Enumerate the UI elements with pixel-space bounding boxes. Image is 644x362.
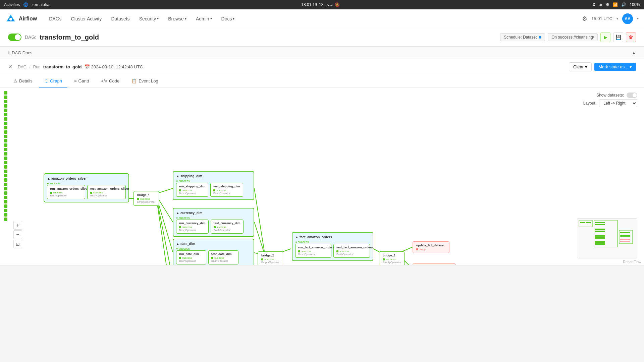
task-run-fact-amazon-orders[interactable]: run_fact_amazon_orders success BashOpera… <box>295 244 331 258</box>
nav-dags[interactable]: DAGs <box>45 14 65 23</box>
save-dag-button[interactable]: 💾 <box>613 32 623 42</box>
node-group-currency-dim[interactable]: ▲ currency_dim ● success run_currency_di… <box>173 208 254 237</box>
s <box>179 189 181 191</box>
status-dot-7[interactable] <box>4 117 7 121</box>
os-wifi-icon: 📶 <box>613 2 618 7</box>
show-datasets-toggle[interactable] <box>627 93 637 98</box>
node-group-fact-amazon-orders[interactable]: ▲ fact_amazon_orders ● success run_fact_… <box>292 232 373 261</box>
status-dot-28[interactable] <box>4 209 7 212</box>
mark-state-button[interactable]: Mark state as... ▾ <box>594 63 636 71</box>
node-group-amazon-orders-silver[interactable]: ▲ amazon_orders_silver ● success run_ama… <box>44 173 129 202</box>
nav-cluster-activity[interactable]: Cluster Activity <box>67 14 106 23</box>
status-dot-18[interactable] <box>4 165 7 169</box>
svg-line-5 <box>157 197 173 222</box>
status-dot-29[interactable] <box>4 213 7 217</box>
node-update-success-dataset[interactable]: update_success_dataset skipp <box>413 263 456 265</box>
collapse-icon: ▲ <box>176 174 179 178</box>
tab-code[interactable]: </> Code <box>96 75 125 87</box>
status-dot-9[interactable] <box>4 126 7 129</box>
nav-security[interactable]: Security <box>135 14 163 23</box>
tab-details[interactable]: ⚠ Details <box>8 75 38 87</box>
status-dot-24[interactable] <box>4 191 7 195</box>
task-test-amazon-orders-silver[interactable]: test_amazon_orders_silver success BashOp… <box>87 185 126 199</box>
nav-avatar[interactable]: AA <box>622 13 633 24</box>
status-dot-22[interactable] <box>4 183 7 186</box>
code-tab-label: Code <box>109 78 119 83</box>
svg-rect-23 <box>586 222 591 223</box>
dag-toggle[interactable] <box>8 34 21 41</box>
status-dot-3[interactable] <box>4 100 7 103</box>
zoom-in-button[interactable]: + <box>13 221 22 230</box>
dag-title-section: DAG: transform_to_gold <box>8 34 99 41</box>
status-dot-25[interactable] <box>4 196 7 199</box>
status-dot-4[interactable] <box>4 104 7 108</box>
task-run-currency-dim[interactable]: run_currency_dim success BashOperator <box>176 220 209 234</box>
node-bridge-1[interactable]: bridge_1 success EmptyOperator <box>133 191 159 206</box>
svg-rect-35 <box>620 241 630 242</box>
status-dot-15[interactable] <box>4 152 7 156</box>
status-dot-20[interactable] <box>4 174 7 177</box>
status-dot-12[interactable] <box>4 139 7 142</box>
tab-event-log[interactable]: 📋 Event Log <box>126 75 164 87</box>
node-bridge-2[interactable]: bridge_2 success EmptyOperator <box>258 251 283 265</box>
status-dot-27[interactable] <box>4 204 7 208</box>
dag-docs-info-icon: ℹ <box>8 50 10 55</box>
os-bar: Activities 🌀 zen-alpha 18:01:19 13 ست 🔕 … <box>0 0 644 9</box>
node-group-shipping-dim[interactable]: ▲ shipping_dim ● success run_shipping_di… <box>173 171 254 200</box>
task-test-fact-amazon-orders[interactable]: test_fact_amazon_orders success BashOper… <box>333 244 370 258</box>
close-run-button[interactable]: ✕ <box>8 64 12 70</box>
svg-rect-29 <box>595 237 605 239</box>
activities-label[interactable]: Activities <box>4 2 20 7</box>
task-run-date-dim[interactable]: run_date_dim success BashOperator <box>176 250 206 264</box>
code-tab-icon: </> <box>101 78 107 83</box>
s <box>298 250 300 252</box>
task-test-currency-dim[interactable]: test_currency_dim success BashOperator <box>211 220 244 234</box>
delete-dag-button[interactable]: 🗑 <box>626 32 636 42</box>
trigger-dag-button[interactable]: ▶ <box>600 32 610 42</box>
fact-amazon-orders-title: ▲ fact_amazon_orders <box>295 235 370 239</box>
status-dot-30[interactable] <box>4 218 7 221</box>
status-dot-26[interactable] <box>4 200 7 203</box>
status-dot-14[interactable] <box>4 148 7 151</box>
show-datasets-row: Show datasets: <box>596 93 637 98</box>
task-test-date-dim[interactable]: test_date_dim success BashOperator <box>208 250 238 264</box>
details-tab-icon: ⚠ <box>13 78 17 83</box>
graph-tab-label: Graph <box>50 78 62 83</box>
node-group-date-dim[interactable]: ▲ date_dim ● success run_date_dim succes… <box>173 239 254 265</box>
status-dot-6[interactable] <box>4 113 7 116</box>
nav-browse[interactable]: Browse <box>164 14 191 23</box>
layout-select[interactable]: Left -> Right Top -> Bottom <box>599 99 637 107</box>
status-dot-19[interactable] <box>4 170 7 173</box>
status-dot-13[interactable] <box>4 143 7 147</box>
nav-datasets[interactable]: Datasets <box>107 14 133 23</box>
status-dot-16[interactable] <box>4 157 7 160</box>
bridge-status-dot <box>137 198 139 200</box>
node-update-fail-dataset[interactable]: update_fail_dataset skipp <box>413 241 449 253</box>
nav-settings-icon[interactable]: ⚙ <box>582 15 587 22</box>
s <box>211 257 213 259</box>
clear-button[interactable]: Clear ▾ <box>569 62 592 71</box>
status-dot-11[interactable] <box>4 135 7 138</box>
tab-graph[interactable]: ⬡ Graph <box>39 75 67 87</box>
nav-docs[interactable]: Docs <box>217 14 239 23</box>
status-dot-21[interactable] <box>4 178 7 182</box>
status-dot-23[interactable] <box>4 187 7 190</box>
nav-admin[interactable]: Admin <box>192 14 216 23</box>
fit-view-button[interactable]: ⊡ <box>13 240 22 248</box>
task-test-shipping-dim[interactable]: test_shipping_dim success BashOperator <box>210 183 243 197</box>
node-bridge-3[interactable]: bridge_3 success EmptyOperator <box>379 251 405 265</box>
os-settings-icon[interactable]: ⚙ <box>592 2 596 7</box>
zoom-out-button[interactable]: − <box>13 230 22 239</box>
status-dot-5[interactable] <box>4 109 7 112</box>
status-dot-2[interactable] <box>4 96 7 99</box>
task-run-amazon-orders-silver[interactable]: run_amazon_orders_silver success BashOpe… <box>47 185 85 199</box>
status-dot-8[interactable] <box>4 122 7 125</box>
task-run-shipping-dim[interactable]: run_shipping_dim success BashOperator <box>176 183 208 197</box>
airflow-logo-icon <box>5 13 16 24</box>
nav-time[interactable]: 15:01 UTC <box>591 16 612 21</box>
status-dot-17[interactable] <box>4 161 7 164</box>
dag-docs-bar[interactable]: ℹ DAG Docs ▲ <box>0 47 644 59</box>
status-dot-1[interactable] <box>4 91 7 95</box>
tab-gantt[interactable]: ≡ Gantt <box>69 75 94 87</box>
status-dot-10[interactable] <box>4 130 7 134</box>
